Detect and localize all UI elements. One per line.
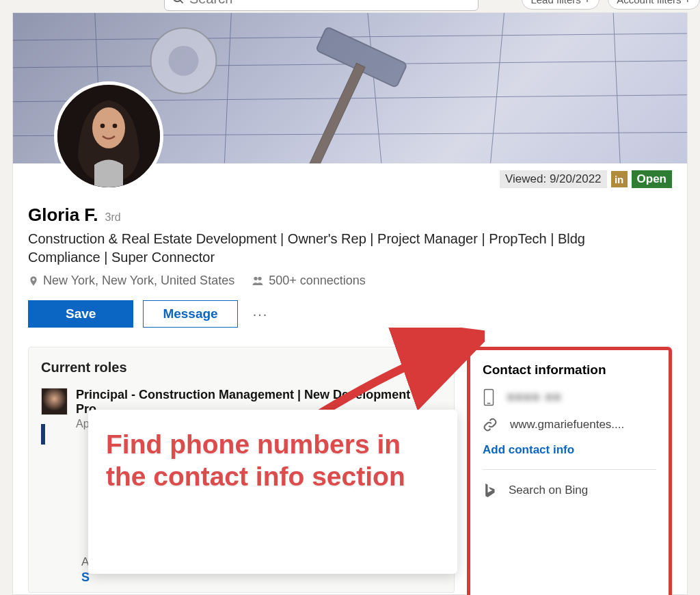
link-icon xyxy=(483,417,498,432)
contact-info-title: Contact information xyxy=(483,362,656,378)
profile-page: Viewed: 9/20/2022 in Open Gloria F. 3rd … xyxy=(12,12,688,595)
open-badge: Open xyxy=(632,170,672,188)
profile-avatar[interactable] xyxy=(54,81,163,191)
svg-point-18 xyxy=(113,124,118,129)
annotation-text: Find phone numbers in the contact info s… xyxy=(106,429,440,493)
annotation-callout: Find phone numbers in the contact info s… xyxy=(88,410,457,574)
contact-info-panel: Contact information ■■■■ ■■ www.gmariefu… xyxy=(467,347,672,595)
phone-icon xyxy=(483,388,495,406)
svg-line-7 xyxy=(224,13,231,163)
more-button[interactable]: ··· xyxy=(247,302,274,326)
divider xyxy=(483,469,656,470)
top-bar: Lead filters + Account filters + xyxy=(0,0,700,12)
role-thumbnail xyxy=(41,388,68,415)
status-row: Viewed: 9/20/2022 in Open xyxy=(500,170,672,188)
viewed-badge: Viewed: 9/20/2022 xyxy=(500,170,607,188)
account-filters-button[interactable]: Account filters + xyxy=(608,0,700,10)
plus-icon: + xyxy=(584,0,591,5)
lead-filters-label: Lead filters xyxy=(530,0,580,5)
location-icon xyxy=(28,274,39,288)
profile-name: Gloria F. xyxy=(28,204,98,226)
connections-icon xyxy=(251,275,265,287)
phone-blurred: ■■■■ ■■ xyxy=(507,391,562,404)
role-accent-bar xyxy=(41,424,45,445)
svg-point-20 xyxy=(258,276,262,280)
connection-degree: 3rd xyxy=(105,211,121,224)
search-bing-link[interactable]: Search on Bing xyxy=(509,484,588,497)
search-input[interactable] xyxy=(189,0,471,7)
search-icon xyxy=(172,0,185,5)
svg-point-14 xyxy=(169,46,199,76)
account-filters-label: Account filters xyxy=(617,0,681,5)
truncated-link[interactable]: S xyxy=(81,570,90,585)
lead-filters-button[interactable]: Lead filters + xyxy=(522,0,600,10)
profile-connections: 500+ connections xyxy=(269,274,366,288)
svg-point-17 xyxy=(100,124,105,129)
profile-headline: Construction & Real Estate Development |… xyxy=(28,230,657,267)
profile-location: New York, New York, United States xyxy=(43,274,234,288)
current-roles-title: Current roles xyxy=(41,360,442,375)
svg-point-16 xyxy=(92,107,125,148)
add-contact-link[interactable]: Add contact info xyxy=(483,443,574,457)
bing-icon xyxy=(483,482,496,499)
svg-line-1 xyxy=(180,1,183,3)
svg-point-19 xyxy=(254,276,258,280)
svg-rect-12 xyxy=(305,63,366,163)
website-link[interactable]: www.gmariefuentes.... xyxy=(510,418,624,432)
message-button[interactable]: Message xyxy=(143,300,237,328)
plus-icon: + xyxy=(684,0,691,5)
svg-line-10 xyxy=(613,13,620,163)
save-button[interactable]: Save xyxy=(28,300,133,328)
linkedin-icon: in xyxy=(611,171,628,187)
svg-line-8 xyxy=(368,13,381,163)
svg-rect-11 xyxy=(316,27,407,88)
search-box[interactable] xyxy=(164,0,479,11)
